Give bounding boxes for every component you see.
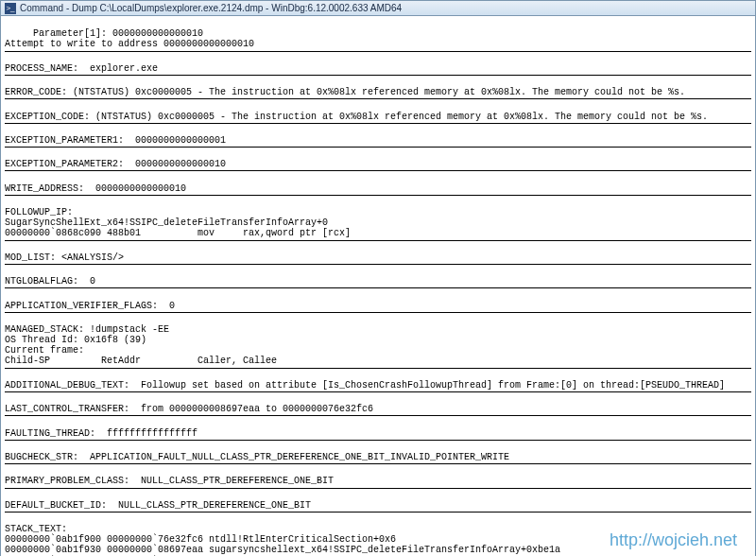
divider bbox=[5, 240, 751, 241]
out-line: 00000000`0ab1f900 00000000`76e32fc6 ntdl… bbox=[5, 534, 396, 545]
out-line: 00000000`0ab1f930 00000000`08697eaa suga… bbox=[5, 545, 560, 555]
watermark-text: http://wojcieh.net bbox=[610, 530, 737, 550]
out-line: FOLLOWUP_IP: bbox=[5, 207, 73, 217]
out-line: Current frame: bbox=[5, 345, 84, 356]
titlebar[interactable]: >_ Command - Dump C:\LocalDumps\explorer… bbox=[1, 1, 755, 16]
divider bbox=[5, 463, 751, 464]
divider bbox=[5, 51, 751, 52]
out-line: ADDITIONAL_DEBUG_TEXT: Followup set base… bbox=[5, 380, 725, 391]
divider bbox=[5, 264, 751, 265]
out-line: APPLICATION_VERIFIER_FLAGS: 0 bbox=[5, 301, 175, 311]
divider bbox=[5, 415, 751, 416]
divider bbox=[5, 440, 751, 441]
divider bbox=[5, 75, 751, 76]
out-line: ERROR_CODE: (NTSTATUS) 0xc0000005 - The … bbox=[5, 87, 685, 97]
out-line: FAULTING_THREAD: ffffffffffffffff bbox=[5, 428, 198, 439]
divider bbox=[5, 391, 751, 392]
divider bbox=[5, 368, 751, 369]
out-line: Child-SP RetAddr Caller, Callee bbox=[5, 356, 277, 366]
divider bbox=[5, 170, 751, 171]
out-line: OS Thread Id: 0x16f8 (39) bbox=[5, 335, 146, 345]
divider bbox=[5, 147, 751, 148]
command-window: >_ Command - Dump C:\LocalDumps\explorer… bbox=[0, 0, 756, 556]
out-line: EXCEPTION_CODE: (NTSTATUS) 0xc0000005 - … bbox=[5, 112, 708, 122]
out-line: Parameter[1]: 0000000000000010 bbox=[5, 28, 203, 39]
out-line: LAST_CONTROL_TRANSFER: from 000000000869… bbox=[5, 404, 373, 414]
divider bbox=[5, 488, 751, 489]
divider bbox=[5, 123, 751, 124]
out-line: MOD_LIST: <ANALYSIS/> bbox=[5, 252, 124, 263]
out-line: WRITE_ADDRESS: 0000000000000010 bbox=[5, 183, 186, 194]
out-line: Attempt to write to address 000000000000… bbox=[5, 39, 254, 49]
out-line: MANAGED_STACK: !dumpstack -EE bbox=[5, 324, 169, 335]
dump-output[interactable]: Parameter[1]: 0000000000000010 Attempt t… bbox=[1, 16, 755, 556]
out-line: STACK_TEXT: bbox=[5, 524, 67, 534]
app-icon: >_ bbox=[5, 3, 16, 14]
out-line: PRIMARY_PROBLEM_CLASS: NULL_CLASS_PTR_DE… bbox=[5, 476, 334, 486]
out-line: EXCEPTION_PARAMETER2: 0000000000000010 bbox=[5, 159, 226, 169]
out-line: DEFAULT_BUCKET_ID: NULL_CLASS_PTR_DEREFE… bbox=[5, 500, 311, 511]
window-title: Command - Dump C:\LocalDumps\explorer.ex… bbox=[20, 3, 402, 13]
out-line: EXCEPTION_PARAMETER1: 0000000000000001 bbox=[5, 135, 226, 146]
out-line: NTGLOBALFLAG: 0 bbox=[5, 276, 95, 287]
out-line: SugarSyncShellExt_x64!SSIPC_deleteFileTr… bbox=[5, 217, 328, 228]
divider bbox=[5, 512, 751, 513]
out-line: PROCESS_NAME: explorer.exe bbox=[5, 63, 158, 74]
divider bbox=[5, 195, 751, 196]
divider bbox=[5, 312, 751, 313]
out-line: 00000000`0868c090 488b01 mov rax,qword p… bbox=[5, 228, 351, 238]
divider bbox=[5, 98, 751, 99]
divider bbox=[5, 287, 751, 288]
out-line: BUGCHECK_STR: APPLICATION_FAULT_NULL_CLA… bbox=[5, 452, 509, 462]
